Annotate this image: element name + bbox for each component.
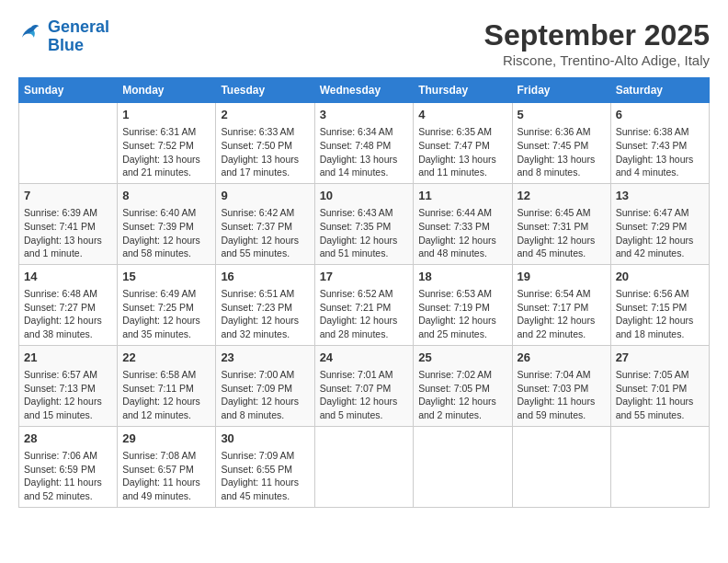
cell-content: Sunrise: 6:52 AMSunset: 7:21 PMDaylight:… <box>320 287 409 341</box>
calendar-cell: 26Sunrise: 7:04 AMSunset: 7:03 PMDayligh… <box>512 345 610 426</box>
cell-content: Sunrise: 6:34 AMSunset: 7:48 PMDaylight:… <box>320 125 409 179</box>
day-number: 17 <box>320 269 409 285</box>
day-number: 8 <box>122 188 210 204</box>
day-number: 12 <box>518 188 606 204</box>
header-tuesday: Tuesday <box>216 78 314 103</box>
calendar-cell: 3Sunrise: 6:34 AMSunset: 7:48 PMDaylight… <box>314 103 414 184</box>
calendar-table: SundayMondayTuesdayWednesdayThursdayFrid… <box>18 77 710 508</box>
day-number: 1 <box>122 107 210 123</box>
calendar-cell: 16Sunrise: 6:51 AMSunset: 7:23 PMDayligh… <box>216 264 314 345</box>
logo-line1: General <box>48 17 109 36</box>
calendar-cell: 13Sunrise: 6:47 AMSunset: 7:29 PMDayligh… <box>610 183 709 264</box>
cell-content: Sunrise: 6:38 AMSunset: 7:43 PMDaylight:… <box>616 125 704 179</box>
day-number: 14 <box>24 269 112 285</box>
day-number: 21 <box>24 350 112 366</box>
calendar-cell: 8Sunrise: 6:40 AMSunset: 7:39 PMDaylight… <box>118 183 216 264</box>
calendar-cell: 29Sunrise: 7:08 AMSunset: 6:57 PMDayligh… <box>118 426 216 507</box>
logo-text: General Blue <box>48 18 109 55</box>
cell-content: Sunrise: 6:57 AMSunset: 7:13 PMDaylight:… <box>24 368 112 422</box>
cell-content: Sunrise: 6:56 AMSunset: 7:15 PMDaylight:… <box>616 287 704 341</box>
cell-content: Sunrise: 6:48 AMSunset: 7:27 PMDaylight:… <box>24 287 112 341</box>
cell-content: Sunrise: 7:08 AMSunset: 6:57 PMDaylight:… <box>122 449 210 503</box>
calendar-cell: 14Sunrise: 6:48 AMSunset: 7:27 PMDayligh… <box>19 264 118 345</box>
calendar-cell <box>314 426 414 507</box>
calendar-cell: 6Sunrise: 6:38 AMSunset: 7:43 PMDaylight… <box>610 103 709 184</box>
calendar-cell: 22Sunrise: 6:58 AMSunset: 7:11 PMDayligh… <box>118 345 216 426</box>
day-number: 22 <box>122 350 210 366</box>
day-number: 4 <box>418 107 506 123</box>
cell-content: Sunrise: 6:42 AMSunset: 7:37 PMDaylight:… <box>221 206 309 260</box>
location-title: Riscone, Trentino-Alto Adige, Italy <box>484 52 710 68</box>
cell-content: Sunrise: 6:54 AMSunset: 7:17 PMDaylight:… <box>518 287 606 341</box>
calendar-cell: 10Sunrise: 6:43 AMSunset: 7:35 PMDayligh… <box>314 183 414 264</box>
day-number: 28 <box>24 431 112 447</box>
calendar-cell: 5Sunrise: 6:36 AMSunset: 7:45 PMDaylight… <box>512 103 610 184</box>
cell-content: Sunrise: 6:49 AMSunset: 7:25 PMDaylight:… <box>122 287 210 341</box>
day-number: 2 <box>221 107 309 123</box>
cell-content: Sunrise: 6:58 AMSunset: 7:11 PMDaylight:… <box>122 368 210 422</box>
cell-content: Sunrise: 6:31 AMSunset: 7:52 PMDaylight:… <box>122 125 210 179</box>
day-number: 11 <box>418 188 506 204</box>
calendar-cell: 20Sunrise: 6:56 AMSunset: 7:15 PMDayligh… <box>610 264 709 345</box>
day-number: 20 <box>616 269 704 285</box>
calendar-cell: 18Sunrise: 6:53 AMSunset: 7:19 PMDayligh… <box>414 264 512 345</box>
header-monday: Monday <box>118 78 216 103</box>
cell-content: Sunrise: 6:47 AMSunset: 7:29 PMDaylight:… <box>616 206 704 260</box>
cell-content: Sunrise: 6:45 AMSunset: 7:31 PMDaylight:… <box>518 206 606 260</box>
cell-content: Sunrise: 6:35 AMSunset: 7:47 PMDaylight:… <box>418 125 506 179</box>
cell-content: Sunrise: 6:44 AMSunset: 7:33 PMDaylight:… <box>418 206 506 260</box>
day-number: 18 <box>418 269 506 285</box>
calendar-cell: 2Sunrise: 6:33 AMSunset: 7:50 PMDaylight… <box>216 103 314 184</box>
cell-content: Sunrise: 6:53 AMSunset: 7:19 PMDaylight:… <box>418 287 506 341</box>
calendar-cell: 25Sunrise: 7:02 AMSunset: 7:05 PMDayligh… <box>414 345 512 426</box>
cell-content: Sunrise: 7:04 AMSunset: 7:03 PMDaylight:… <box>518 368 606 422</box>
day-number: 29 <box>122 431 210 447</box>
day-number: 5 <box>518 107 606 123</box>
day-number: 15 <box>122 269 210 285</box>
calendar-cell: 27Sunrise: 7:05 AMSunset: 7:01 PMDayligh… <box>610 345 709 426</box>
calendar-cell <box>512 426 610 507</box>
day-number: 27 <box>616 350 704 366</box>
day-number: 13 <box>616 188 704 204</box>
cell-content: Sunrise: 6:39 AMSunset: 7:41 PMDaylight:… <box>24 206 112 260</box>
bird-icon <box>18 22 44 48</box>
calendar-cell <box>19 103 118 184</box>
calendar-cell: 12Sunrise: 6:45 AMSunset: 7:31 PMDayligh… <box>512 183 610 264</box>
cell-content: Sunrise: 6:51 AMSunset: 7:23 PMDaylight:… <box>221 287 309 341</box>
day-number: 24 <box>320 350 409 366</box>
logo-line2: Blue <box>48 37 109 55</box>
day-number: 26 <box>518 350 606 366</box>
calendar-cell: 30Sunrise: 7:09 AMSunset: 6:55 PMDayligh… <box>216 426 314 507</box>
calendar-cell: 21Sunrise: 6:57 AMSunset: 7:13 PMDayligh… <box>19 345 118 426</box>
header-sunday: Sunday <box>19 78 118 103</box>
calendar-cell: 1Sunrise: 6:31 AMSunset: 7:52 PMDaylight… <box>118 103 216 184</box>
day-number: 16 <box>221 269 309 285</box>
cell-content: Sunrise: 7:06 AMSunset: 6:59 PMDaylight:… <box>24 449 112 503</box>
cell-content: Sunrise: 6:43 AMSunset: 7:35 PMDaylight:… <box>320 206 409 260</box>
calendar-cell: 7Sunrise: 6:39 AMSunset: 7:41 PMDaylight… <box>19 183 118 264</box>
header-saturday: Saturday <box>610 78 709 103</box>
title-block: September 2025 Riscone, Trentino-Alto Ad… <box>484 18 710 68</box>
header-friday: Friday <box>512 78 610 103</box>
month-title: September 2025 <box>484 18 710 52</box>
cell-content: Sunrise: 7:01 AMSunset: 7:07 PMDaylight:… <box>320 368 409 422</box>
day-number: 23 <box>221 350 309 366</box>
cell-content: Sunrise: 6:33 AMSunset: 7:50 PMDaylight:… <box>221 125 309 179</box>
calendar-cell: 28Sunrise: 7:06 AMSunset: 6:59 PMDayligh… <box>19 426 118 507</box>
day-number: 6 <box>616 107 704 123</box>
calendar-cell: 17Sunrise: 6:52 AMSunset: 7:21 PMDayligh… <box>314 264 414 345</box>
calendar-cell: 4Sunrise: 6:35 AMSunset: 7:47 PMDaylight… <box>414 103 512 184</box>
cell-content: Sunrise: 6:40 AMSunset: 7:39 PMDaylight:… <box>122 206 210 260</box>
calendar-cell <box>610 426 709 507</box>
calendar-cell: 23Sunrise: 7:00 AMSunset: 7:09 PMDayligh… <box>216 345 314 426</box>
day-number: 3 <box>320 107 409 123</box>
calendar-cell: 24Sunrise: 7:01 AMSunset: 7:07 PMDayligh… <box>314 345 414 426</box>
cell-content: Sunrise: 7:00 AMSunset: 7:09 PMDaylight:… <box>221 368 309 422</box>
day-number: 9 <box>221 188 309 204</box>
logo: General Blue <box>18 18 109 55</box>
cell-content: Sunrise: 7:05 AMSunset: 7:01 PMDaylight:… <box>616 368 704 422</box>
calendar-cell: 9Sunrise: 6:42 AMSunset: 7:37 PMDaylight… <box>216 183 314 264</box>
cell-content: Sunrise: 6:36 AMSunset: 7:45 PMDaylight:… <box>518 125 606 179</box>
calendar-cell: 19Sunrise: 6:54 AMSunset: 7:17 PMDayligh… <box>512 264 610 345</box>
cell-content: Sunrise: 7:02 AMSunset: 7:05 PMDaylight:… <box>418 368 506 422</box>
